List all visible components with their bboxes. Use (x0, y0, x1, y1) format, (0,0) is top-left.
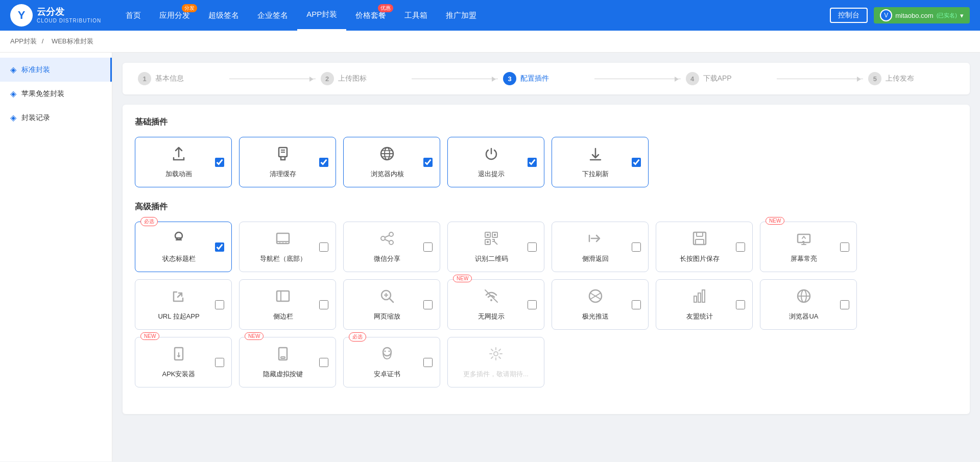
plugin-url-launch[interactable]: URL 拉起APP (135, 279, 232, 330)
screen-icon (796, 230, 812, 250)
plugin-checkbox-exit-tip[interactable] (528, 158, 537, 167)
new-badge-apk-install: NEW (140, 332, 159, 340)
plugin-checkbox-swipe-back[interactable] (632, 242, 641, 252)
sidebar: ◈ 标准封装 ◈ 苹果免签封装 ◈ 封装记录 (0, 53, 112, 461)
hidden-btn-icon (275, 346, 291, 366)
plugin-checkbox-no-wifi[interactable] (528, 300, 537, 309)
svg-rect-45 (702, 290, 705, 302)
plugin-exit-tip[interactable]: 退出提示 (447, 137, 544, 187)
plugin-name-sidebar-panel: 侧边栏 (273, 312, 293, 321)
step-1: 1 基本信息 (138, 72, 224, 85)
user-menu[interactable]: V mitaobo.com (已实名) ▾ (874, 7, 970, 23)
url-icon (171, 288, 187, 308)
plugin-name-screen-on: 屏幕常亮 (791, 254, 817, 263)
plugin-checkbox-url-launch[interactable] (215, 300, 224, 309)
plugin-name-no-wifi: 无网提示 (478, 312, 505, 321)
plugin-pull-refresh[interactable]: 下拉刷新 (552, 137, 649, 187)
plugin-browser-core[interactable]: 浏览器内核 (343, 137, 440, 187)
nav-corp-sign[interactable]: 企业签名 (248, 0, 297, 31)
step-arrow-4 (777, 79, 863, 79)
sidebar-item-standard[interactable]: ◈ 标准封装 (0, 58, 112, 82)
step-4: 4 下载APP (686, 72, 772, 85)
nav-home[interactable]: 首页 (116, 0, 150, 31)
sidebar-item-history[interactable]: ◈ 封装记录 (0, 106, 112, 130)
main-layout: ◈ 标准封装 ◈ 苹果免签封装 ◈ 封装记录 1 基本信息 2 上传图标 (0, 53, 980, 461)
globe-icon (379, 145, 395, 165)
breadcrumb-current: WEB标准封装 (52, 37, 93, 45)
nav-pricing[interactable]: 价格套餐 优惠 (346, 0, 395, 31)
plugin-no-wifi[interactable]: NEW 无网提示 (447, 279, 544, 330)
plugin-ally-stats[interactable]: 友盟统计 (656, 279, 753, 330)
nav-icon (275, 230, 291, 250)
plugin-android-cert[interactable]: 必选 安卓证书 (343, 337, 440, 387)
step-arrow-1 (229, 79, 316, 79)
nav-app-wrap[interactable]: APP封装 (297, 0, 346, 31)
nav-affiliate[interactable]: 推广加盟 (437, 0, 486, 31)
plugin-checkbox-load-anim[interactable] (215, 158, 224, 167)
plugin-clear-cache[interactable]: 清理缓存 (239, 137, 336, 187)
breadcrumb-parent[interactable]: APP封装 (10, 37, 37, 45)
plugin-qr-code[interactable]: 识别二维码 (447, 222, 544, 272)
plugin-load-anim[interactable]: 加载动画 (135, 137, 232, 187)
svg-point-15 (282, 242, 284, 244)
plugin-checkbox-browser-core[interactable] (423, 158, 433, 167)
plugin-sidebar-panel[interactable]: 侧边栏 (239, 279, 336, 330)
plugin-checkbox-browser-ua[interactable] (840, 300, 849, 309)
plugin-checkbox-fast-push[interactable] (632, 300, 641, 309)
nav-app-dist[interactable]: 应用分发 分发 (150, 0, 199, 31)
plugin-checkbox-apk-install[interactable] (215, 358, 224, 367)
power-icon (483, 145, 499, 165)
plugin-hidden-btn[interactable]: NEW 隐藏虚拟按键 (239, 337, 336, 387)
plugin-long-press-save[interactable]: 长按图片保存 (656, 222, 753, 272)
breadcrumb-separator: / (42, 37, 44, 45)
plugin-checkbox-wechat-share[interactable] (423, 242, 433, 252)
svg-line-21 (385, 239, 390, 241)
plugin-swipe-back[interactable]: 侧滑返回 (552, 222, 649, 272)
nav-super-sign[interactable]: 超级签名 (199, 0, 248, 31)
plugin-checkbox-web-zoom[interactable] (423, 300, 433, 309)
plugin-checkbox-screen-on[interactable] (840, 242, 849, 252)
plugin-checkbox-status-bar[interactable] (215, 242, 224, 252)
plugin-checkbox-clear-cache[interactable] (319, 158, 328, 167)
plugin-checkbox-hidden-btn[interactable] (319, 358, 328, 367)
logo-icon: Y (10, 4, 33, 27)
plugin-status-bar[interactable]: 必选 状态标题栏 (135, 222, 232, 272)
nav-items: 首页 应用分发 分发 超级签名 企业签名 APP封装 价格套餐 优惠 工具箱 推… (116, 0, 830, 31)
step-label-4: 下载APP (703, 74, 732, 83)
svg-point-19 (389, 240, 393, 245)
svg-rect-43 (694, 296, 697, 302)
plugin-bottom-nav[interactable]: 导航栏（底部） (239, 222, 336, 272)
plugin-web-zoom[interactable]: 网页缩放 (343, 279, 440, 330)
plugin-fast-push[interactable]: 极光推送 (552, 279, 649, 330)
plugin-checkbox-bottom-nav[interactable] (319, 242, 328, 252)
advanced-plugins-grid: 必选 状态标题栏 导航栏（底部） (135, 222, 958, 387)
step-label-5: 上传发布 (886, 74, 914, 83)
sidebar-item-apple-free[interactable]: ◈ 苹果免签封装 (0, 82, 112, 106)
plugin-screen-on[interactable]: NEW 屏幕常亮 (760, 222, 857, 272)
plugin-checkbox-ally-stats[interactable] (736, 300, 745, 309)
plugin-browser-ua[interactable]: 浏览器UA (760, 279, 857, 330)
plugin-checkbox-qr-code[interactable] (528, 242, 537, 252)
console-button[interactable]: 控制台 (830, 8, 868, 23)
plugin-wechat-share[interactable]: 微信分享 (343, 222, 440, 272)
cube-icon: ◈ (10, 65, 16, 75)
advanced-plugins-title: 高级插件 (135, 202, 958, 212)
apk-icon (171, 346, 187, 366)
plugin-name-browser-ua: 浏览器UA (789, 312, 818, 321)
wifi-off-icon (483, 288, 499, 308)
plugin-name-more: 更多插件，敬请期待... (463, 370, 529, 379)
nav-toolbox[interactable]: 工具箱 (395, 0, 437, 31)
plugin-checkbox-pull-refresh[interactable] (632, 158, 641, 167)
logo[interactable]: Y 云分发 CLOUD DISTRIBUTION (10, 4, 101, 27)
svg-point-53 (383, 348, 391, 356)
plugin-checkbox-sidebar-panel[interactable] (319, 300, 328, 309)
android-icon (379, 346, 395, 366)
step-3: 3 配置插件 (503, 72, 589, 85)
plugin-checkbox-android-cert[interactable] (423, 358, 433, 367)
plugin-name-load-anim: 加载动画 (165, 169, 192, 179)
save-icon (691, 230, 708, 250)
user-avatar: V (880, 9, 892, 21)
new-badge-hidden-btn: NEW (245, 332, 264, 340)
plugin-apk-install[interactable]: NEW APK安装器 (135, 337, 232, 387)
plugin-checkbox-long-press-save[interactable] (736, 242, 745, 252)
